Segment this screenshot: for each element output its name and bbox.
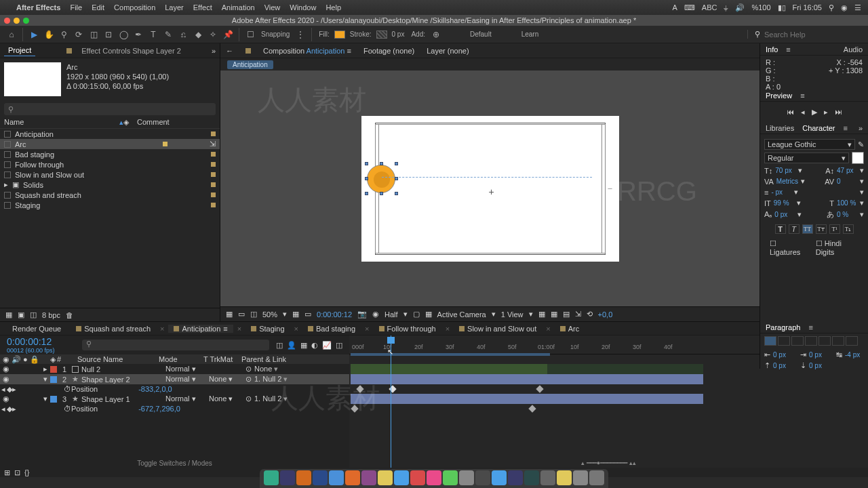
tl-tab[interactable]: Follow through — [374, 325, 441, 333]
exposure-value[interactable]: +0,0 — [598, 310, 613, 319]
bpc-button[interactable]: 8 bpc — [42, 311, 60, 319]
label-col-icon[interactable]: ◈ — [50, 355, 56, 364]
stopwatch-icon[interactable]: ⏱ — [64, 385, 71, 393]
pickwhip-icon[interactable]: ⊙ — [245, 375, 252, 384]
type-tool-icon[interactable]: T — [147, 28, 159, 41]
back-icon[interactable]: ← — [226, 47, 233, 55]
alpha-icon[interactable]: ▦ — [226, 310, 233, 319]
col-parent[interactable]: Parent & Link — [241, 355, 286, 363]
resolution-select[interactable]: Half — [384, 310, 398, 319]
camera-select[interactable]: Active Camera — [437, 310, 486, 319]
stroke-label[interactable]: Stroke: — [350, 30, 372, 38]
flowchart-icon[interactable]: ⇲ — [575, 310, 581, 319]
clock[interactable]: Fri 16:05 — [793, 3, 822, 12]
snapping-options-icon[interactable]: ⋮ — [294, 28, 307, 41]
character-panel-tab[interactable]: Character — [802, 124, 835, 132]
kerning-value[interactable]: Metrics — [776, 178, 798, 185]
mask-icon[interactable]: ◫ — [250, 310, 257, 319]
shape-tool-icon[interactable]: ◯ — [117, 28, 130, 41]
baseline-value[interactable]: 0 px — [774, 211, 795, 218]
dock-finder-icon[interactable] — [264, 470, 279, 485]
hand-tool-icon[interactable]: ✋ — [43, 28, 55, 41]
label-swatch[interactable] — [50, 366, 57, 373]
layer-bar[interactable] — [351, 364, 547, 374]
info-panel-tab[interactable]: Info — [766, 45, 778, 54]
tl-tab[interactable]: Slow in and Slow out — [454, 325, 542, 333]
menu-file[interactable]: File — [70, 3, 82, 12]
dock-music-icon[interactable] — [427, 470, 441, 485]
menu-window[interactable]: Window — [290, 3, 316, 12]
shape-ball[interactable] — [367, 165, 395, 193]
dock-app-icon[interactable] — [443, 470, 458, 485]
layer-tab[interactable]: Layer (none) — [427, 47, 469, 55]
tl-options-icon[interactable]: ⊡ — [14, 468, 20, 477]
keyframe-icon[interactable] — [536, 385, 543, 392]
workspace-default[interactable]: Default — [470, 30, 492, 38]
tl-tab[interactable]: Anticipation ≡ — [168, 325, 233, 333]
vscale-value[interactable]: 99 % — [774, 199, 794, 207]
timeline-search[interactable]: ⚲ — [82, 340, 269, 350]
dock-skype-icon[interactable] — [492, 470, 507, 485]
property-value[interactable]: -833,2,0,0 — [138, 385, 172, 393]
graph-editor-icon[interactable]: 📈 — [322, 341, 332, 350]
pan-behind-tool-icon[interactable]: ⊡ — [102, 28, 115, 41]
superscript-button[interactable]: T¹ — [829, 224, 840, 234]
home-icon[interactable]: ⌂ — [5, 28, 18, 41]
keyframe-icon[interactable] — [351, 405, 358, 412]
audio-col-icon[interactable]: 🔊 — [12, 355, 21, 364]
new-folder-icon[interactable]: ▣ — [18, 310, 24, 319]
paragraph-panel-tab[interactable]: Paragraph — [766, 323, 800, 331]
lock-col-icon[interactable]: 🔒 — [30, 355, 39, 364]
tl-options-icon[interactable]: ⊞ — [4, 468, 10, 477]
next-kf-icon[interactable]: ▸ — [12, 385, 16, 394]
project-item[interactable]: Slow in and Slow out — [0, 169, 220, 180]
transform-handle[interactable] — [365, 162, 368, 165]
add-menu-icon[interactable]: ⊕ — [430, 28, 442, 41]
layer-bar[interactable] — [351, 394, 703, 404]
subscript-button[interactable]: T₁ — [843, 224, 854, 234]
pen-tool-icon[interactable]: ✒ — [132, 28, 144, 41]
stopwatch-icon[interactable]: ⏱ — [64, 405, 71, 413]
prev-kf-icon[interactable]: ◂ — [1, 385, 5, 394]
zoom-slider[interactable]: ▴ ━━━●━━━━━━━━ ▴▴ — [349, 460, 868, 466]
draft-icon[interactable]: ▭ — [238, 310, 245, 319]
label-swatch[interactable] — [50, 396, 57, 403]
font-family-select[interactable]: League Gothic▾ — [764, 139, 855, 150]
property-row[interactable]: ◂ ◆ ▸ ⏱ Position -833,2,0,0 — [0, 384, 349, 394]
tl-tab[interactable]: Arc — [555, 325, 585, 333]
prev-kf-icon[interactable]: ◂ — [1, 405, 5, 413]
project-item[interactable]: Bad staging — [0, 149, 220, 159]
transform-handle[interactable] — [395, 192, 398, 195]
camera-tool-icon[interactable]: ◫ — [87, 28, 100, 41]
toggle-switches-button[interactable]: Toggle Switches / Modes — [0, 458, 349, 468]
dock-safari-icon[interactable] — [329, 470, 344, 485]
grid-icon[interactable]: ▦ — [292, 310, 299, 319]
label-swatch[interactable] — [50, 376, 57, 383]
dock-ai-icon[interactable] — [296, 470, 311, 485]
view-select[interactable]: 1 View — [501, 310, 524, 319]
dock-notes-icon[interactable] — [378, 470, 393, 485]
channel-icon[interactable]: ◉ — [372, 310, 379, 319]
tl-options-icon[interactable]: {} — [24, 468, 29, 476]
transform-handle[interactable] — [395, 177, 398, 180]
align-center-icon[interactable] — [778, 336, 790, 346]
battery-icon[interactable]: ▮▯ — [778, 3, 786, 12]
visibility-icon[interactable]: ◉ — [3, 394, 11, 403]
comp-mini-icon[interactable]: ◫ — [276, 341, 283, 350]
justify-last-left-icon[interactable] — [805, 336, 817, 346]
timeline-timecode[interactable]: 0:00:00:12 — [7, 336, 55, 347]
solo-col-icon[interactable]: ● — [23, 355, 28, 364]
twirl-icon[interactable]: ▾ — [43, 375, 47, 384]
allcaps-button[interactable]: TT — [802, 224, 813, 234]
font-style-select[interactable]: Regular▾ — [764, 152, 849, 163]
composition-tab-name[interactable]: Anticipation — [307, 47, 345, 55]
project-item[interactable]: Follow through — [0, 159, 220, 169]
align-left-icon[interactable] — [764, 336, 776, 346]
hscale-value[interactable]: 100 % — [837, 199, 857, 207]
add-kf-icon[interactable]: ◆ — [7, 385, 12, 394]
wifi-icon[interactable]: ⏚ — [724, 3, 728, 12]
pickwhip-icon[interactable]: ⊙ — [245, 394, 252, 403]
fill-label[interactable]: Fill: — [319, 30, 330, 38]
volume-icon[interactable]: 🔊 — [735, 3, 745, 12]
stroke-width-value[interactable]: - px — [771, 188, 791, 196]
